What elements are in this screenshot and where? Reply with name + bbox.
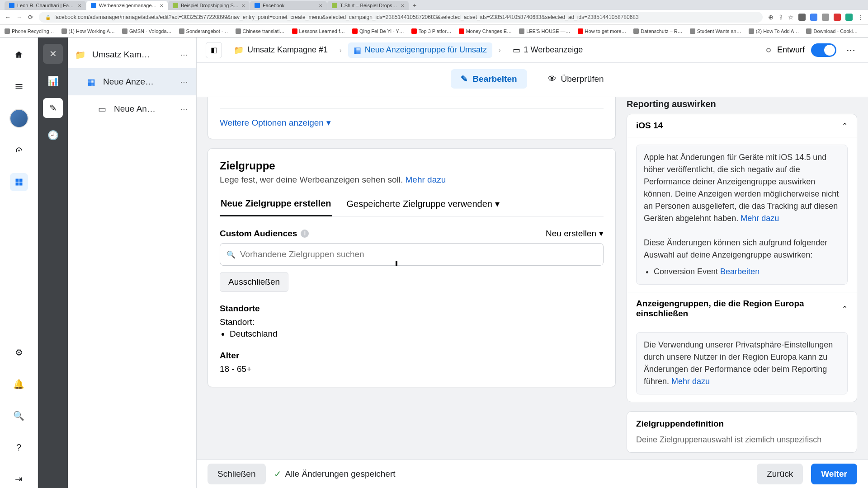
star-icon[interactable]: ☆ <box>788 14 794 21</box>
browser-tab[interactable]: Facebook✕ <box>250 1 327 10</box>
menu-icon[interactable]: ⋮ <box>857 14 863 21</box>
share-icon[interactable]: ⇪ <box>778 14 783 21</box>
saved-indicator: ✓ Alle Änderungen gespeichert <box>274 469 396 479</box>
gauge-icon[interactable] <box>10 141 28 160</box>
more-icon[interactable]: ⋯ <box>180 104 196 114</box>
clock-icon[interactable]: 🕘 <box>43 125 63 145</box>
browser-chrome: Leon R. Chaudhari | Facebook✕ Werbeanzei… <box>0 0 868 38</box>
bookmark-item[interactable]: Qing Fei De Yi - Y… <box>352 28 404 34</box>
url-input[interactable]: 🔒 facebook.com/adsmanager/manage/adsets/… <box>39 12 763 23</box>
panel-toggle-button[interactable]: ◧ <box>206 42 222 58</box>
close-button[interactable]: Schließen <box>208 464 266 484</box>
exclude-button[interactable]: Ausschließen <box>220 272 288 292</box>
chart-icon[interactable]: 📊 <box>43 71 63 91</box>
avatar[interactable] <box>9 109 28 128</box>
tree-item-adset[interactable]: ▦ Neue Anze… ⋯ <box>68 68 196 95</box>
location-value: Deutschland <box>230 329 604 339</box>
ad-icon: ▭ <box>513 45 520 55</box>
bookmark-item[interactable]: (1) How Working A… <box>61 28 115 34</box>
fb-global-nav: ⚙ 🔔 🔍 ? ⇥ <box>0 38 38 488</box>
tree-item-ad[interactable]: ▭ Neue An… ⋯ <box>68 95 196 122</box>
check-icon: ✓ <box>274 469 282 479</box>
custom-audiences-label: Custom Audiences i <box>220 229 309 239</box>
bookmark-item[interactable]: Lessons Learned f… <box>292 28 345 34</box>
crumb-campaign[interactable]: 📁 Umsatz Kampagne #1 <box>228 42 333 58</box>
bookmark-item[interactable]: How to get more… <box>578 28 627 34</box>
bookmark-item[interactable]: Top 3 Platfor… <box>411 28 452 34</box>
status-toggle[interactable] <box>811 43 836 57</box>
more-icon[interactable]: ⋯ <box>843 42 859 58</box>
folder-icon: 📁 <box>75 49 86 60</box>
back-button[interactable]: ← <box>5 14 11 21</box>
extension-icon[interactable] <box>822 14 829 21</box>
ios14-accordion-head[interactable]: iOS 14 ⌃ <box>627 114 857 137</box>
forward-button: → <box>16 14 23 21</box>
campaign-tree: 📁 Umsatz Kam… ⋯ ▦ Neue Anze… ⋯ ▭ Neue An… <box>68 38 197 488</box>
card-audience: Zielgruppe Lege fest, wer deine Werbeanz… <box>208 148 616 387</box>
close-icon[interactable]: ✕ <box>241 3 245 8</box>
crumb-ad[interactable]: ▭ 1 Werbeanzeige <box>507 42 589 58</box>
more-icon[interactable]: ⋯ <box>180 77 196 87</box>
browser-tab-active[interactable]: Werbeanzeigenmanager – We…✕ <box>86 1 168 10</box>
more-options-link[interactable]: Weitere Optionen anzeigen ▾ <box>220 117 604 128</box>
close-icon[interactable]: ✕ <box>78 3 81 8</box>
bookmark-item[interactable]: Sonderangebot -… <box>179 28 228 34</box>
next-button[interactable]: Weiter <box>811 464 857 484</box>
grid-icon[interactable] <box>10 173 28 191</box>
bookmark-item[interactable]: Money Changes E… <box>459 28 512 34</box>
browser-tab[interactable]: Leon R. Chaudhari | Facebook✕ <box>5 1 86 10</box>
audience-search-input[interactable] <box>240 249 597 259</box>
close-icon[interactable]: ✕ <box>319 3 322 8</box>
url-text: facebook.com/adsmanager/manage/adsets/ed… <box>54 14 639 20</box>
card-options: Weitere Optionen anzeigen ▾ <box>208 97 616 139</box>
back-button[interactable]: Zurück <box>757 464 803 484</box>
close-icon[interactable]: ✕ <box>43 44 63 64</box>
card-audience-definition: Zielgruppendefinition Deine Zielgruppena… <box>627 411 857 453</box>
learn-more-link[interactable]: Mehr dazu <box>741 214 779 223</box>
bookmark-item[interactable]: GMSN - Vologda… <box>122 28 172 34</box>
tab-create-audience[interactable]: Neue Zielgruppe erstellen <box>220 194 332 216</box>
chevron-right-icon: › <box>340 47 342 54</box>
search-icon[interactable]: 🔍 <box>10 407 28 425</box>
close-icon[interactable]: ✕ <box>160 3 163 8</box>
bookmark-item[interactable]: Student Wants an… <box>690 28 741 34</box>
gear-icon[interactable]: ⚙ <box>10 343 28 361</box>
tab-saved-audience[interactable]: Gespeicherte Zielgruppe verwenden ▾ <box>346 194 500 216</box>
edit-link[interactable]: Bearbeiten <box>720 267 760 276</box>
extension-icon[interactable] <box>845 14 853 21</box>
extension-icon[interactable] <box>834 14 841 21</box>
age-value: 18 - 65+ <box>220 364 604 374</box>
bell-icon[interactable]: 🔔 <box>10 375 28 393</box>
bookmark-item[interactable]: LEE'S HOUSE —… <box>519 28 570 34</box>
audience-search-field[interactable]: 🔍 <box>220 243 604 266</box>
reload-button[interactable]: ⟳ <box>28 14 33 21</box>
bookmark-item[interactable]: Datenschutz – R… <box>633 28 682 34</box>
collapse-icon[interactable]: ⇥ <box>10 470 28 488</box>
browser-tab[interactable]: Beispiel Dropshipping Store –✕ <box>168 1 250 10</box>
browser-tab[interactable]: T-Shirt – Beispiel Dropshippi…✕ <box>327 1 409 10</box>
bookmark-item[interactable]: Chinese translati… <box>236 28 285 34</box>
zoom-icon[interactable]: ⊕ <box>768 14 774 21</box>
extension-icon[interactable] <box>798 14 806 21</box>
tree-item-campaign[interactable]: 📁 Umsatz Kam… ⋯ <box>68 41 196 68</box>
help-icon[interactable]: ? <box>10 438 28 456</box>
europe-accordion-head[interactable]: Anzeigengruppen, die die Region Europa e… <box>627 292 857 325</box>
home-icon[interactable] <box>10 46 28 64</box>
tab-review[interactable]: 👁 Überprüfen <box>538 69 614 89</box>
bookmark-item[interactable]: Download - Cooki… <box>806 28 858 34</box>
close-icon[interactable]: ✕ <box>401 3 404 8</box>
menu-icon[interactable] <box>10 77 28 95</box>
create-new-dropdown[interactable]: Neu erstellen ▾ <box>546 228 604 239</box>
learn-more-link[interactable]: Mehr dazu <box>671 377 710 386</box>
bookmark-item[interactable]: (2) How To Add A… <box>749 28 799 34</box>
definition-title: Zielgruppendefinition <box>636 419 848 429</box>
new-tab-button[interactable]: + <box>409 1 420 10</box>
info-icon[interactable]: i <box>301 230 309 238</box>
more-icon[interactable]: ⋯ <box>180 50 196 60</box>
learn-more-link[interactable]: Mehr dazu <box>406 175 446 184</box>
extension-icon[interactable] <box>810 14 817 21</box>
pencil-icon[interactable]: ✎ <box>43 98 63 118</box>
bookmark-item[interactable]: Phone Recycling… <box>5 28 54 34</box>
tab-edit[interactable]: ✎ Bearbeiten <box>451 69 527 89</box>
crumb-adset[interactable]: ▦ Neue Anzeigengruppe für Umsatz <box>348 42 492 58</box>
